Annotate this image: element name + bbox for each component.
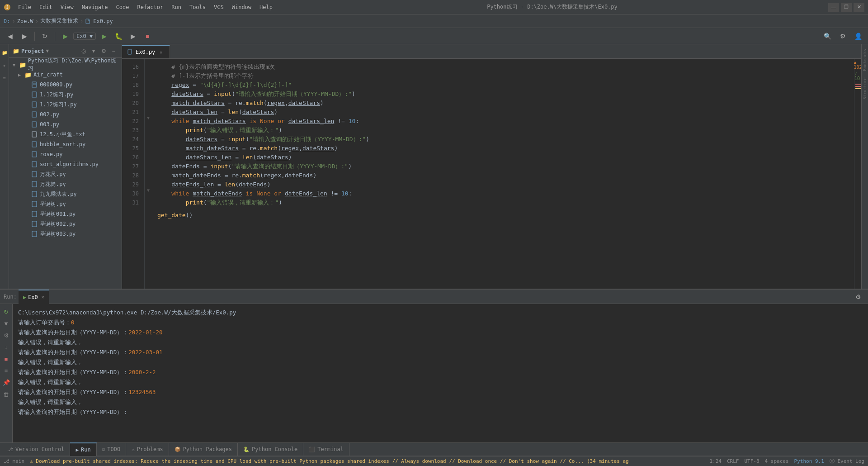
toolbar-refresh[interactable]: ↻ <box>38 30 51 43</box>
status-indent[interactable]: 4 spaces <box>765 458 789 464</box>
menu-refactor[interactable]: Refactor <box>133 2 167 12</box>
status-right: 1:24 CRLF UTF-8 4 spaces Python 9.1 ⓪ Ev… <box>709 458 864 465</box>
toolbar-search[interactable]: 🔍 <box>821 30 834 43</box>
minimize-button[interactable]: — <box>828 3 839 12</box>
tab-todo[interactable]: ☑ TODO <box>97 442 127 456</box>
tree-file-mult[interactable]: 九九乘法表.py <box>9 189 122 199</box>
toolbar-forward[interactable]: ▶ <box>18 30 31 43</box>
version-control-label: Version Control <box>15 446 64 452</box>
tree-file-sort[interactable]: sort_algorithms.py <box>9 159 122 169</box>
panel-close-btn[interactable]: − <box>109 47 118 56</box>
maximize-button[interactable]: ❐ <box>841 3 852 12</box>
tree-file-xmas001[interactable]: 圣诞树001.py <box>9 209 122 219</box>
toolbar-debug-button[interactable]: 🐛 <box>112 30 125 43</box>
fold-22[interactable]: ▼ <box>145 113 152 122</box>
toolbar-coverage-button[interactable]: ▶ <box>127 30 139 43</box>
breadcrumb-item-user[interactable]: Zoe.W <box>17 18 33 24</box>
run-tab-ex0[interactable]: ▶ Ex0 ✕ <box>19 290 49 304</box>
tab-close-btn[interactable]: ✕ <box>158 49 164 55</box>
code-line-24: dateStars = input("请输入查询的开始日期（YYYY-MM-DD… <box>157 135 850 144</box>
status-encoding[interactable]: UTF-8 <box>744 458 759 464</box>
toolbar-account[interactable]: 👤 <box>852 30 864 43</box>
toolbar-settings[interactable]: ⚙ <box>836 30 849 43</box>
tab-problems[interactable]: ⚠ Problems <box>126 442 169 456</box>
run-panel-settings[interactable]: ⚙ <box>852 290 864 303</box>
err-indicator1 <box>855 84 861 85</box>
tab-version-control[interactable]: ⎇ Version Control <box>2 442 70 456</box>
tree-file-rose[interactable]: rose.py <box>9 149 122 159</box>
close-button[interactable]: ✕ <box>854 3 864 12</box>
run-tab-close[interactable]: ✕ <box>42 295 44 300</box>
tab-python-console[interactable]: 🐍 Python Console <box>238 442 303 456</box>
kill-button[interactable]: ■ <box>1 354 11 364</box>
code-content[interactable]: # {m}表示前面类型的符号连续出现m次 # [-]表示方括号里的那个字符 re… <box>152 59 854 289</box>
breadcrumb-item-file[interactable]: Ex0.py <box>85 18 113 24</box>
menu-view[interactable]: View <box>57 2 77 12</box>
tree-file-xmas002[interactable]: 圣诞树002.py <box>9 219 122 229</box>
run-config-name[interactable]: Ex0 ▼ <box>73 33 96 40</box>
menu-vcs[interactable]: VCS <box>210 2 227 12</box>
tab-ex0[interactable]: Ex0.py ✕ <box>122 45 170 58</box>
tree-file-112[interactable]: 1.12练习.py <box>9 90 122 100</box>
tree-file-002[interactable]: 002.py <box>9 109 122 119</box>
project-view-icon[interactable]: 📁 <box>0 46 9 59</box>
linenum-26: 26 <box>124 153 142 162</box>
code-line-call: get_date() <box>157 211 850 220</box>
toolbar-run-config[interactable]: ▶ <box>59 30 71 43</box>
tree-root[interactable]: ▼ 📁 Python练习 D:\Zoe.W\Python练习 <box>9 60 122 70</box>
panel-locate-btn[interactable]: ◎ <box>79 47 88 56</box>
tree-file-1121[interactable]: 1.12练习1.py <box>9 100 122 109</box>
menu-edit[interactable]: Edit <box>36 2 56 12</box>
py-file-icon12 <box>32 201 38 207</box>
toolbar-back[interactable]: ◀ <box>4 30 16 43</box>
fold-30[interactable]: ▼ <box>145 185 152 195</box>
breadcrumb-item-drive[interactable]: D: <box>4 18 10 24</box>
tab-run[interactable]: ▶ Run <box>70 442 96 456</box>
toolbar-stop-button[interactable]: ■ <box>141 30 154 43</box>
menu-tools[interactable]: Tools <box>186 2 209 12</box>
favorites-icon[interactable]: ★ <box>0 59 9 71</box>
clear-button[interactable]: 🗑 <box>1 389 11 399</box>
tree-file-xmas003[interactable]: 圣诞树003.py <box>9 229 122 239</box>
structure-label[interactable]: Structure <box>862 75 868 102</box>
right-gutter-panel: ▲ 102 ✓ 10 <box>854 59 861 289</box>
wrap-button[interactable]: ≡ <box>1 366 11 376</box>
tree-file-0000000[interactable]: 0000000.py <box>9 80 122 90</box>
scroll-down-button[interactable]: ↓ <box>1 342 11 352</box>
menu-file[interactable]: File <box>14 2 35 12</box>
tree-file-flower[interactable]: 万花尺.py <box>9 169 122 179</box>
panel-collapse-btn[interactable]: ▾ <box>89 47 98 56</box>
project-panel-title: 📁 Project ▼ <box>13 48 49 54</box>
menu-window[interactable]: Window <box>228 2 255 12</box>
bookmarks-label[interactable]: Bookmarks <box>862 46 868 74</box>
tab-terminal[interactable]: ⬛ Terminal <box>303 442 349 456</box>
tree-file-txt[interactable]: 12.5.小甲鱼.txt <box>9 129 122 139</box>
tree-file-xmas[interactable]: 圣诞树.py <box>9 199 122 209</box>
stop-button[interactable]: ▼ <box>1 319 11 328</box>
breadcrumb-item-folder[interactable]: 大数据采集技术 <box>40 17 78 25</box>
panel-settings-btn[interactable]: ⚙ <box>99 47 108 56</box>
settings-button[interactable]: ⚙ <box>1 330 11 340</box>
tree-file-bubble[interactable]: bubble_sort.py <box>9 139 122 149</box>
status-eventlog[interactable]: ⓪ Event Log <box>830 458 864 465</box>
tree-file-kaleidoscope[interactable]: 万花筒.py <box>9 179 122 189</box>
pin-button[interactable]: 📌 <box>1 377 11 387</box>
toolbar-run-button[interactable]: ▶ <box>98 30 110 43</box>
code-editor[interactable]: 16 17 18 19 20 21 22 23 24 25 26 27 28 2… <box>122 59 861 289</box>
status-position[interactable]: 1:24 <box>709 458 722 464</box>
tree-file-003[interactable]: 003.py <box>9 119 122 129</box>
linenum-17: 17 <box>124 71 142 81</box>
status-vcs[interactable]: ⎇ main <box>4 458 24 464</box>
console-order: 请输入订单交易号：0 <box>18 318 863 328</box>
rerun-button[interactable]: ↻ <box>1 307 11 317</box>
menu-run[interactable]: Run <box>168 2 185 12</box>
status-python[interactable]: Python 9.1 <box>794 458 824 464</box>
status-warning-text[interactable]: ⚠ Download pre-built shared indexes: Red… <box>30 458 629 464</box>
menu-help[interactable]: Help <box>256 2 276 12</box>
menu-navigate[interactable]: Navigate <box>78 2 112 12</box>
tab-python-packages[interactable]: 📦 Python Packages <box>169 442 238 456</box>
linenum-16: 16 <box>124 62 142 71</box>
structure-icon[interactable]: ≡ <box>0 71 9 84</box>
menu-code[interactable]: Code <box>113 2 133 12</box>
status-crlf[interactable]: CRLF <box>727 458 739 464</box>
